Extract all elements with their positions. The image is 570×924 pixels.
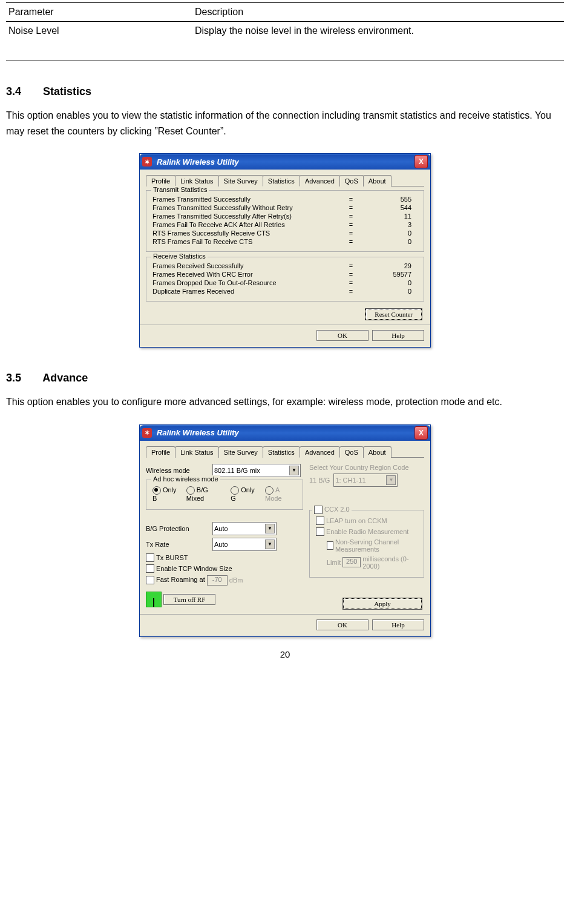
section-35-body: This option enables you to configure mor…: [6, 394, 564, 410]
stat-label: Frames Dropped Due To Out-of-Resource: [152, 279, 339, 286]
leap-check: LEAP turn on CCKM: [316, 516, 418, 525]
turn-off-rf-button[interactable]: Turn off RF: [163, 594, 215, 605]
tx-rate-combo[interactable]: Auto▼: [212, 538, 277, 551]
stat-value: 3: [363, 221, 418, 228]
help-button[interactable]: Help: [372, 330, 424, 341]
ok-button[interactable]: OK: [316, 619, 369, 630]
limit-input: 250: [342, 557, 361, 567]
tab-profile[interactable]: Profile: [146, 446, 175, 458]
chevron-down-icon[interactable]: ▼: [289, 466, 299, 475]
desc-header: Description: [192, 3, 564, 22]
equals-sign: =: [339, 196, 363, 203]
tab-site-survey[interactable]: Site Survey: [218, 446, 263, 458]
ccx-check[interactable]: [314, 506, 323, 514]
advanced-dialog: ✶ Ralink Wireless Utility X Profile Link…: [139, 424, 431, 637]
stat-label: Frames Transmitted Successfully After Re…: [152, 213, 339, 220]
stat-row: RTS Frames Successfully Receive CTS=0: [152, 229, 418, 237]
stat-value: 544: [363, 204, 418, 211]
stat-row: Frames Received With CRC Error=59577: [152, 271, 418, 278]
equals-sign: =: [339, 279, 363, 286]
equals-sign: =: [339, 213, 363, 220]
limit-unit: milliseconds (0-2000): [362, 555, 418, 570]
tab-statistics[interactable]: Statistics: [263, 446, 300, 458]
transmit-group: Transmit Statistics Frames Transmitted S…: [146, 190, 424, 252]
stat-label: Duplicate Frames Received: [152, 288, 339, 295]
tab-strip: Profile Link Status Site Survey Statisti…: [146, 174, 424, 186]
app-icon: ✶: [142, 157, 152, 167]
adhoc-bg-mixed[interactable]: B/G Mixed: [186, 486, 226, 502]
ccx-group-title: CCX 2.0: [324, 506, 350, 513]
close-icon[interactable]: X: [414, 426, 428, 440]
wireless-mode-combo[interactable]: 802.11 B/G mix▼: [212, 464, 301, 477]
tab-advanced[interactable]: Advanced: [300, 175, 340, 186]
dialog-title: Ralink Wireless Utility: [154, 157, 414, 167]
equals-sign: =: [339, 262, 363, 269]
stat-label: Frames Transmitted Successfully Without …: [152, 204, 339, 211]
tx-burst-check[interactable]: Tx BURST: [146, 553, 303, 562]
reset-counter-button[interactable]: Reset Counter: [365, 309, 422, 320]
tab-qos[interactable]: QoS: [339, 446, 364, 458]
tab-about[interactable]: About: [363, 446, 391, 458]
tx-rate-label: Tx Rate: [146, 541, 212, 548]
ok-button[interactable]: OK: [316, 330, 369, 341]
stat-row: Frames Transmitted Successfully Without …: [152, 204, 418, 211]
parameter-table: Parameter Description Noise Level Displa…: [6, 2, 564, 61]
tab-statistics[interactable]: Statistics: [263, 175, 300, 186]
chevron-down-icon[interactable]: ▼: [265, 524, 275, 533]
receive-group-title: Receive Statistics: [151, 252, 208, 260]
equals-sign: =: [339, 271, 363, 278]
country-code-label: Select Your Country Region Code: [309, 464, 424, 471]
adhoc-only-b[interactable]: Only B: [152, 486, 182, 502]
fast-roaming-input[interactable]: -70: [207, 575, 228, 586]
fast-roaming-check[interactable]: Fast Roaming at: [146, 576, 205, 584]
rf-on-icon: [146, 592, 162, 607]
close-icon[interactable]: X: [414, 155, 428, 168]
help-button[interactable]: Help: [372, 619, 424, 630]
adhoc-group: Ad hoc wireless mode Only B B/G Mixed On…: [146, 480, 303, 510]
section-34-body: This option enables you to view the stat…: [6, 108, 564, 139]
stat-value: 11: [363, 213, 418, 220]
tab-advanced[interactable]: Advanced: [300, 446, 340, 458]
equals-sign: =: [339, 238, 363, 245]
non-serving-check: Non-Serving Channel Measurements: [316, 538, 418, 553]
section-34-heading: 3.4 Statistics: [6, 85, 564, 98]
tab-link-status[interactable]: Link Status: [175, 446, 218, 458]
page-number: 20: [6, 649, 564, 659]
tab-profile[interactable]: Profile: [146, 175, 175, 186]
stat-value: 0: [363, 229, 418, 237]
adhoc-only-g[interactable]: Only G: [231, 486, 260, 502]
tab-link-status[interactable]: Link Status: [175, 175, 218, 186]
tab-qos[interactable]: QoS: [339, 175, 364, 186]
tcp-window-check[interactable]: Enable TCP Window Size: [146, 564, 303, 573]
stat-row: RTS Frames Fail To Receive CTS=0: [152, 238, 418, 245]
radio-meas-check: Enable Radio Measurement: [316, 527, 418, 536]
apply-button[interactable]: Apply: [343, 598, 422, 609]
stat-label: RTS Frames Successfully Receive CTS: [152, 229, 339, 237]
tab-site-survey[interactable]: Site Survey: [218, 175, 263, 186]
stat-row: Frames Transmitted Successfully After Re…: [152, 213, 418, 220]
tab-about[interactable]: About: [363, 175, 391, 186]
section-35-heading: 3.5 Advance: [6, 372, 564, 384]
param-header: Parameter: [6, 3, 192, 22]
app-icon: ✶: [142, 428, 152, 438]
band-label: 11 B/G: [309, 477, 330, 484]
tab-strip: Profile Link Status Site Survey Statisti…: [146, 446, 424, 458]
equals-sign: =: [339, 221, 363, 228]
country-combo: 1: CH1-11▼: [333, 474, 398, 487]
desc-cell: Display the noise level in the wireless …: [192, 22, 564, 61]
stat-value: 0: [363, 288, 418, 295]
param-cell: Noise Level: [6, 22, 192, 61]
stat-row: Frames Dropped Due To Out-of-Resource=0: [152, 279, 418, 286]
titlebar[interactable]: ✶ Ralink Wireless Utility X: [140, 154, 430, 170]
stat-value: 0: [363, 279, 418, 286]
titlebar[interactable]: ✶ Ralink Wireless Utility X: [140, 425, 430, 441]
adhoc-a-mode: A Mode: [265, 486, 296, 502]
statistics-dialog: ✶ Ralink Wireless Utility X Profile Link…: [139, 153, 431, 348]
stat-label: Frames Fail To Receive ACK After All Ret…: [152, 221, 339, 228]
bg-protection-combo[interactable]: Auto▼: [212, 522, 277, 535]
stat-label: RTS Frames Fail To Receive CTS: [152, 238, 339, 245]
chevron-down-icon: ▼: [386, 475, 396, 485]
chevron-down-icon[interactable]: ▼: [265, 540, 275, 549]
stat-row: Frames Transmitted Successfully=555: [152, 196, 418, 203]
stat-row: Frames Fail To Receive ACK After All Ret…: [152, 221, 418, 228]
